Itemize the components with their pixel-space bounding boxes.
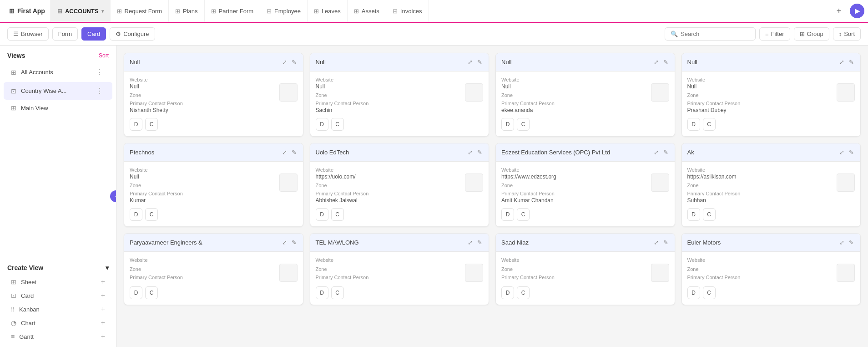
action-c-button[interactable]: C	[703, 118, 716, 131]
account-card: Ak ⤢ ✎ Website https://aslikisan.com Zon…	[681, 143, 861, 227]
expand-icon[interactable]: ⤢	[653, 58, 660, 66]
action-d-button[interactable]: D	[687, 208, 700, 221]
tab-leaves[interactable]: ⊞ Leaves	[308, 0, 348, 22]
action-d-button[interactable]: D	[501, 286, 514, 299]
add-gantt-icon[interactable]: +	[101, 332, 105, 341]
action-c-button[interactable]: C	[517, 208, 530, 221]
sidebar-item-all-accounts[interactable]: ⊞ All Accounts ⋮	[4, 63, 112, 81]
card-header-icons: ⤢ ✎	[281, 58, 298, 66]
card-website-field: Website https://aslikisan.com Zone Prima…	[687, 167, 855, 204]
avatar[interactable]: ▶	[850, 4, 864, 18]
create-gantt-button[interactable]: ≡ Gantt +	[7, 330, 109, 343]
app-home-button[interactable]: ⊞ First App	[4, 0, 51, 22]
action-d-button[interactable]: D	[316, 286, 328, 299]
all-accounts-label: All Accounts	[21, 69, 90, 76]
account-card: Paryaavarneer Engineers & ⤢ ✎ Website Zo…	[124, 233, 303, 305]
add-card-icon[interactable]: +	[101, 291, 105, 300]
card-button[interactable]: Card	[81, 27, 106, 41]
tab-assets[interactable]: ⊞ Assets	[348, 0, 386, 22]
action-d-button[interactable]: D	[501, 208, 514, 221]
create-card-button[interactable]: ⊡ Card +	[7, 289, 109, 302]
card-actions: D C	[687, 208, 855, 221]
edit-icon[interactable]: ✎	[291, 148, 298, 157]
add-sheet-icon[interactable]: +	[101, 278, 105, 286]
action-d-button[interactable]: D	[687, 286, 700, 299]
edit-icon[interactable]: ✎	[662, 148, 669, 157]
action-c-button[interactable]: C	[145, 118, 158, 131]
search-input[interactable]	[681, 31, 750, 37]
search-box[interactable]: 🔍	[665, 27, 756, 41]
tab-employee[interactable]: ⊞ Employee	[260, 0, 308, 22]
edit-icon[interactable]: ✎	[662, 58, 669, 66]
website-label: Website	[130, 77, 298, 82]
action-c-button[interactable]: C	[517, 286, 530, 299]
country-wise-menu-icon[interactable]: ⋮	[94, 86, 105, 96]
edit-icon[interactable]: ✎	[848, 238, 855, 247]
expand-icon[interactable]: ⤢	[653, 238, 660, 247]
card-header: Null ⤢ ✎	[496, 53, 675, 71]
tab-request-form[interactable]: ⊞ Request Form	[111, 0, 169, 22]
action-d-button[interactable]: D	[130, 208, 142, 221]
create-kanban-button[interactable]: ⁞⁞ Kanban +	[7, 302, 109, 316]
create-chart-button[interactable]: ◔ Chart +	[7, 316, 109, 330]
action-d-button[interactable]: D	[316, 118, 328, 131]
action-c-button[interactable]: C	[517, 118, 530, 131]
account-card: Null ⤢ ✎ Website Null Zone Primary Conta…	[124, 53, 303, 137]
expand-icon[interactable]: ⤢	[838, 58, 845, 66]
configure-button[interactable]: ⚙ Configure	[110, 27, 155, 41]
action-d-button[interactable]: D	[687, 118, 700, 131]
action-d-button[interactable]: D	[501, 118, 514, 131]
group-button[interactable]: ⊞ Group	[794, 27, 829, 41]
edit-icon[interactable]: ✎	[476, 238, 483, 247]
browser-button[interactable]: ☰ Browser	[7, 27, 49, 41]
expand-icon[interactable]: ⤢	[653, 148, 660, 157]
action-c-button[interactable]: C	[331, 118, 344, 131]
edit-icon[interactable]: ✎	[476, 148, 483, 157]
action-c-button[interactable]: C	[703, 208, 716, 221]
tab-accounts[interactable]: ⊞ ACCOUNTS ▾	[51, 0, 111, 22]
action-d-button[interactable]: D	[130, 286, 142, 299]
website-row: Zone Primary Contact Person	[130, 264, 298, 282]
all-accounts-menu-icon[interactable]: ⋮	[94, 67, 105, 77]
contact-label: Primary Contact Person	[501, 101, 646, 106]
action-c-button[interactable]: C	[703, 286, 716, 299]
action-c-button[interactable]: C	[145, 208, 158, 221]
expand-icon[interactable]: ⤢	[467, 58, 474, 66]
avatar-placeholder	[837, 264, 855, 282]
expand-icon[interactable]: ⤢	[838, 238, 845, 247]
expand-icon[interactable]: ⤢	[281, 238, 288, 247]
edit-icon[interactable]: ✎	[848, 58, 855, 66]
expand-icon[interactable]: ⤢	[281, 58, 288, 66]
expand-icon[interactable]: ⤢	[467, 238, 474, 247]
edit-icon[interactable]: ✎	[662, 238, 669, 247]
website-value: Null	[316, 83, 461, 90]
action-d-button[interactable]: D	[316, 208, 328, 221]
sidebar-item-main-view[interactable]: ⊞ Main View	[4, 101, 112, 115]
expand-icon[interactable]: ⤢	[467, 148, 474, 157]
filter-button[interactable]: ≡ Filter	[759, 27, 790, 41]
sidebar-item-country-wise[interactable]: ⊡ Country Wise A... ⋮	[4, 82, 112, 100]
edit-icon[interactable]: ✎	[476, 58, 483, 66]
add-kanban-icon[interactable]: +	[101, 305, 105, 313]
card-body: Website Null Zone Primary Contact Person…	[496, 71, 675, 136]
tab-invoices[interactable]: ⊞ Invoices	[386, 0, 429, 22]
add-chart-icon[interactable]: +	[101, 319, 105, 327]
edit-icon[interactable]: ✎	[291, 58, 298, 66]
card-header-icons: ⤢ ✎	[653, 148, 669, 157]
edit-icon[interactable]: ✎	[848, 148, 855, 157]
action-c-button[interactable]: C	[331, 286, 344, 299]
expand-icon[interactable]: ⤢	[838, 148, 845, 157]
create-sheet-button[interactable]: ⊞ Sheet +	[7, 275, 109, 289]
expand-icon[interactable]: ⤢	[281, 148, 288, 157]
sort-button[interactable]: ↕ Sort	[833, 27, 861, 41]
action-d-button[interactable]: D	[130, 118, 142, 131]
action-c-button[interactable]: C	[331, 208, 344, 221]
edit-icon[interactable]: ✎	[291, 238, 298, 247]
form-button[interactable]: Form	[52, 27, 78, 41]
add-tab-button[interactable]: +	[832, 4, 846, 18]
views-sort-button[interactable]: Sort	[99, 52, 109, 59]
tab-plans[interactable]: ⊞ Plans	[169, 0, 205, 22]
create-view-header[interactable]: Create View ▾	[7, 264, 109, 271]
action-c-button[interactable]: C	[145, 286, 158, 299]
tab-partner-form[interactable]: ⊞ Partner Form	[205, 0, 261, 22]
